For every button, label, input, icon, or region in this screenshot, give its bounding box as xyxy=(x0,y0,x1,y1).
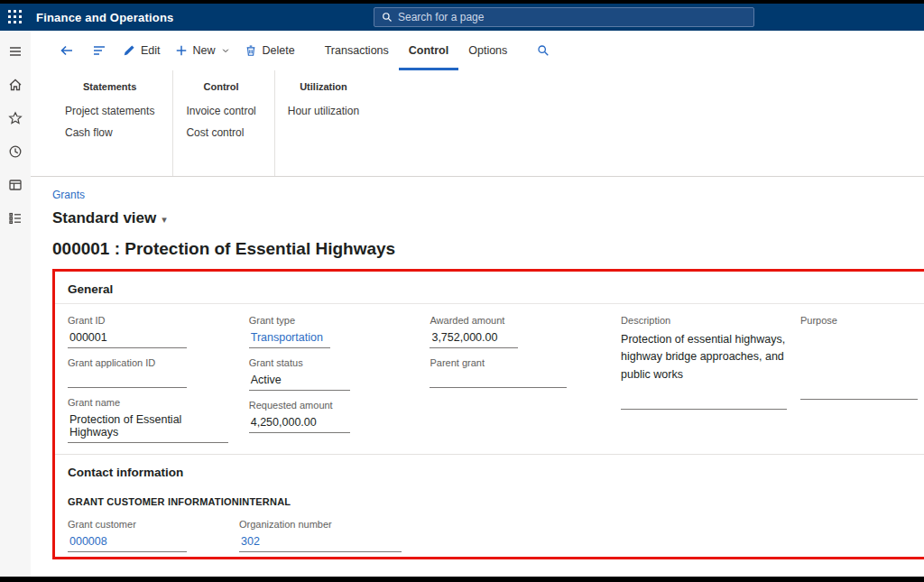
menu-item-invoice-control[interactable]: Invoice control xyxy=(186,105,255,117)
purpose-input[interactable] xyxy=(800,385,918,400)
search-icon xyxy=(537,44,550,57)
view-lines-icon xyxy=(92,43,106,58)
delete-label: Delete xyxy=(263,44,295,57)
field-description: Description Protection of essential high… xyxy=(621,315,800,410)
menu-item-hour-utilization[interactable]: Hour utilization xyxy=(288,105,359,117)
subsection-internal: INTERNAL xyxy=(239,496,918,507)
field-parent-grant: Parent grant xyxy=(430,357,621,388)
field-grant-name: Grant name Protection of Essential Highw… xyxy=(68,397,249,443)
breadcrumb[interactable]: Grants xyxy=(52,189,85,201)
grant-application-id-input[interactable] xyxy=(68,374,187,388)
chevron-down-icon xyxy=(221,46,230,55)
edit-label: Edit xyxy=(141,44,161,57)
field-grant-application-id: Grant application ID xyxy=(68,357,249,388)
requested-amount-input[interactable]: 4,250,000.00 xyxy=(249,416,350,433)
tab-control[interactable]: Control xyxy=(399,31,458,70)
grant-customer-link[interactable]: 000008 xyxy=(68,535,187,552)
workspaces-icon[interactable] xyxy=(7,177,23,193)
edit-button[interactable]: Edit xyxy=(116,31,168,70)
app-window: Finance and Operations xyxy=(0,0,924,582)
pencil-icon xyxy=(123,44,135,57)
home-icon[interactable] xyxy=(7,77,23,93)
group-title: Control xyxy=(186,81,255,92)
organization-number-link[interactable]: 302 xyxy=(239,535,402,552)
page-title: 000001 : Protection of Essential Highway… xyxy=(52,239,924,259)
menu-item-project-statements[interactable]: Project statements xyxy=(65,105,154,117)
grant-id-input[interactable]: 000001 xyxy=(68,331,187,348)
favorites-star-icon[interactable] xyxy=(7,110,23,126)
field-organization-number: Organization number 302 xyxy=(239,519,918,552)
parent-grant-input[interactable] xyxy=(430,374,567,388)
action-pane-search-button[interactable] xyxy=(526,31,560,70)
plus-icon xyxy=(175,44,188,57)
chevron-down-icon: ▾ xyxy=(162,214,167,226)
group-title: Utilization xyxy=(288,81,359,92)
control-tab-flyout: Statements Project statements Cash flow … xyxy=(31,70,924,177)
menu-hamburger-icon[interactable] xyxy=(7,43,23,60)
action-pane: Edit New Delete Transactions Control Opt… xyxy=(31,31,924,70)
field-awarded-amount: Awarded amount 3,752,000.00 xyxy=(430,315,621,348)
back-button[interactable] xyxy=(51,31,83,70)
app-title: Finance and Operations xyxy=(36,11,174,24)
new-label: New xyxy=(193,44,216,57)
page-search-box[interactable] xyxy=(374,7,754,27)
letterbox-bottom xyxy=(0,577,924,582)
page-content: Grants Standard view ▾ 000001 : Protecti… xyxy=(31,177,924,577)
awarded-amount-input[interactable]: 3,752,000.00 xyxy=(430,331,518,348)
ribbon-group-utilization: Utilization Hour utilization xyxy=(275,70,377,176)
section-general-header[interactable]: General xyxy=(68,277,113,303)
highlight-rectangle: General Grant ID 000001 Grant applicatio… xyxy=(52,269,924,559)
view-options-button[interactable] xyxy=(83,31,116,70)
ribbon-group-statements: Statements Project statements Cash flow xyxy=(52,70,173,176)
section-contact-header[interactable]: Contact information xyxy=(68,460,183,486)
modules-list-icon[interactable] xyxy=(7,210,23,226)
delete-button[interactable]: Delete xyxy=(237,31,302,70)
field-grant-customer: Grant customer 000008 xyxy=(68,519,239,552)
app-launcher-button[interactable] xyxy=(0,4,31,31)
menu-item-cash-flow[interactable]: Cash flow xyxy=(65,126,154,139)
field-grant-id: Grant ID 000001 xyxy=(68,315,249,348)
new-button[interactable]: New xyxy=(168,31,237,70)
section-contact-information: Contact information GRANT CUSTOMER INFOR… xyxy=(55,454,924,559)
divider xyxy=(55,303,924,304)
field-purpose: Purpose xyxy=(800,315,918,400)
grant-type-link[interactable]: Transportation xyxy=(249,331,330,348)
page-search-input[interactable] xyxy=(398,11,746,23)
left-sidebar xyxy=(0,31,31,577)
view-selector-label: Standard view xyxy=(52,209,156,227)
field-grant-type: Grant type Transportation xyxy=(249,315,430,348)
recent-clock-icon[interactable] xyxy=(7,143,23,160)
description-extra-input[interactable] xyxy=(621,395,787,410)
grant-name-input[interactable]: Protection of Essential Highways xyxy=(68,413,228,443)
action-pane-tabs: Transactions Control Options xyxy=(315,31,518,70)
tab-options[interactable]: Options xyxy=(458,31,517,70)
field-grant-status: Grant status Active xyxy=(249,357,430,391)
subsection-grant-customer-information: GRANT CUSTOMER INFORMATION xyxy=(68,496,239,507)
tab-transactions[interactable]: Transactions xyxy=(315,31,399,70)
field-requested-amount: Requested amount 4,250,000.00 xyxy=(249,400,430,433)
ribbon-group-control: Control Invoice control Cost control xyxy=(173,70,274,176)
group-title: Statements xyxy=(65,81,154,92)
top-navigation-bar: Finance and Operations xyxy=(0,4,924,31)
back-arrow-icon xyxy=(60,43,74,58)
section-general: General Grant ID 000001 Grant applicatio… xyxy=(55,272,924,452)
search-icon xyxy=(382,12,393,23)
trash-icon xyxy=(245,44,257,57)
grant-status-input[interactable]: Active xyxy=(249,374,350,391)
description-text[interactable]: Protection of essential highways, highwa… xyxy=(621,331,792,383)
waffle-icon xyxy=(8,10,23,24)
view-selector[interactable]: Standard view ▾ xyxy=(52,209,167,227)
menu-item-cost-control[interactable]: Cost control xyxy=(186,126,255,139)
